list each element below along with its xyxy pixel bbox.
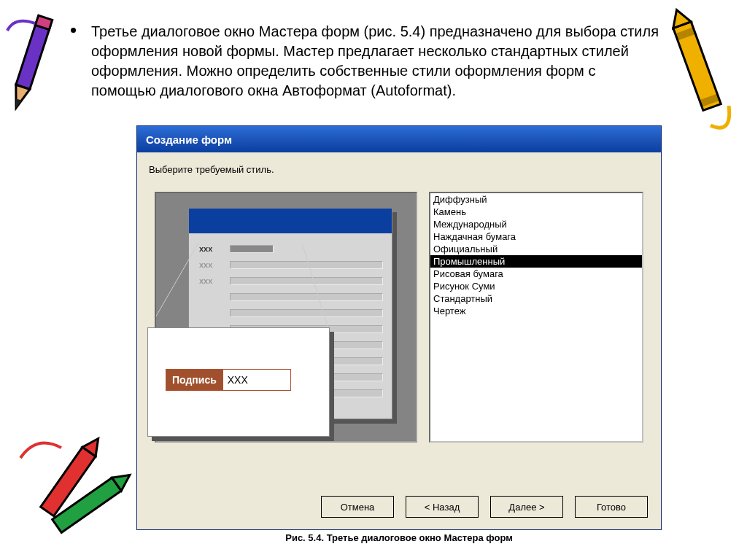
style-option[interactable]: Международный (430, 218, 642, 230)
svg-marker-2 (13, 98, 21, 109)
style-listbox[interactable]: ДиффузныйКаменьМеждународныйНаждачная бу… (429, 192, 643, 443)
slide-bullet-text: Третье диалоговое окно Мастера форм (рис… (91, 22, 660, 101)
style-option[interactable]: Стандартный (430, 292, 642, 305)
figure-caption: Рис. 5.4. Третье диалоговое окно Мастера… (136, 532, 662, 543)
style-option[interactable]: Диффузный (430, 193, 642, 206)
style-option[interactable]: Официальный (430, 243, 642, 255)
style-option[interactable]: Рисунок Суми (430, 280, 642, 292)
form-preview-header (189, 209, 392, 233)
svg-rect-4 (673, 22, 721, 111)
style-option[interactable]: Чертеж (430, 305, 642, 317)
svg-marker-11 (112, 468, 135, 491)
svg-marker-5 (667, 7, 691, 28)
preview-row-field (230, 293, 383, 301)
preview-row-label: xxx (199, 276, 230, 285)
preview-zoom-field: XXX (222, 370, 290, 390)
svg-rect-0 (16, 23, 50, 90)
svg-rect-7 (700, 93, 720, 106)
style-option[interactable]: Наждачная бумага (430, 230, 642, 243)
style-option[interactable]: Камень (430, 206, 642, 218)
svg-marker-1 (9, 85, 30, 110)
preview-row-field (230, 261, 383, 269)
preview-row-field (230, 277, 383, 285)
cancel-button[interactable]: Отмена (321, 496, 394, 518)
svg-rect-10 (53, 478, 122, 532)
back-button[interactable]: < Назад (406, 496, 479, 518)
svg-rect-6 (676, 27, 696, 40)
bullet-paragraph: Третье диалоговое окно Мастера форм (рис… (91, 23, 659, 98)
finish-button[interactable]: Готово (575, 496, 648, 518)
preview-row-field (230, 245, 274, 253)
preview-zoom-content: Подпись XXX (166, 369, 291, 391)
svg-rect-3 (35, 15, 52, 29)
style-option[interactable]: Рисовая бумага (430, 268, 642, 280)
dialog-titlebar[interactable]: Создание форм (137, 126, 661, 152)
style-option[interactable]: Промышленный (430, 255, 642, 268)
preview-row-label: xxx (199, 260, 230, 269)
preview-row-field (230, 309, 383, 317)
svg-rect-8 (41, 447, 96, 516)
form-wizard-dialog: Создание форм Выберите требуемый стиль. … (136, 125, 662, 530)
preview-zoom-box: Подпись XXX (147, 327, 330, 437)
preview-row-label: xxx (199, 244, 230, 253)
dialog-body: Выберите требуемый стиль. xxx xxx xxx (137, 152, 661, 529)
preview-zoom-label: Подпись (166, 370, 222, 390)
bullet-icon (71, 28, 76, 33)
dialog-button-row: Отмена < Назад Далее > Готово (321, 496, 648, 518)
next-button[interactable]: Далее > (490, 496, 563, 518)
svg-marker-9 (82, 434, 105, 456)
crayon-decoration-top-right (659, 0, 740, 146)
style-preview-panel: xxx xxx xxx Подпись (155, 192, 417, 443)
dialog-prompt: Выберите требуемый стиль. (149, 164, 274, 175)
dialog-title: Создание форм (146, 133, 232, 146)
pencil-decoration-top-left (0, 9, 66, 118)
